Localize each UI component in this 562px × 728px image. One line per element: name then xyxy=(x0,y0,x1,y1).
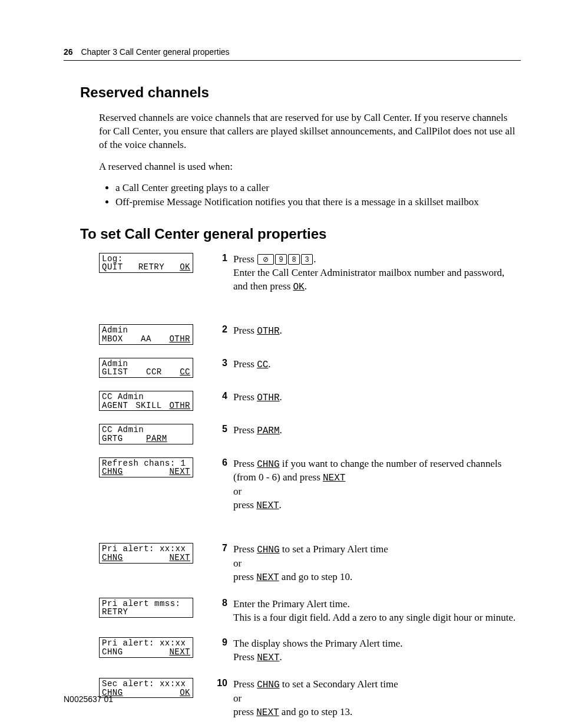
softkey: GLIST xyxy=(102,368,128,377)
softkey: RETRY xyxy=(138,263,165,272)
softkey: OK xyxy=(180,689,190,697)
lcd-display: Pri alert mmss: RETRY xyxy=(99,598,193,618)
step-row: CC Admin AGENT SKILL OTHR 4 Press OTHR. xyxy=(99,391,521,411)
step-number: 10 xyxy=(211,678,227,689)
lcd-display: Log: QUIT RETRY OK xyxy=(99,253,193,273)
softkey: MBOX xyxy=(102,335,123,344)
softkey-ref: CHNG xyxy=(257,680,279,690)
softkey: OTHR xyxy=(169,401,190,410)
softkey: NEXT xyxy=(169,467,190,476)
list-item: Off-premise Message Notification notifie… xyxy=(115,196,521,208)
lcd-display: Admin GLIST CCR CC xyxy=(99,358,193,378)
step-number: 8 xyxy=(211,598,227,608)
step-row: Admin MBOX AA OTHR 2 Press OTHR. xyxy=(99,324,521,344)
page-number: 26 xyxy=(64,47,73,57)
lcd-display: Admin MBOX AA OTHR xyxy=(99,324,193,344)
list-item: a Call Center greeting plays to a caller xyxy=(115,182,521,194)
heading-set-properties: To set Call Center general properties xyxy=(80,226,521,242)
step-row: Admin GLIST CCR CC 3 Press CC. xyxy=(99,358,521,378)
step-number: 4 xyxy=(211,391,227,401)
keycap: 3 xyxy=(301,254,313,265)
softkey-ref: CHNG xyxy=(257,459,279,470)
step-number: 2 xyxy=(211,324,227,335)
step-text: Press CC. xyxy=(233,358,521,372)
feature-key-icon: ⊘ xyxy=(257,254,274,265)
softkey: AGENT xyxy=(102,401,128,410)
keycap: 9 xyxy=(275,254,287,265)
lcd-display: Pri alert: xx:xx CHNG NEXT xyxy=(99,637,193,657)
lcd-display: CC Admin AGENT SKILL OTHR xyxy=(99,391,193,411)
step-row: Pri alert: xx:xx CHNG NEXT 9 The display… xyxy=(99,637,521,665)
softkey-ref: OK xyxy=(293,282,305,292)
softkey-ref: NEXT xyxy=(323,473,345,483)
step-text: Enter the Primary Alert time. This is a … xyxy=(233,598,521,625)
step-row: Refresh chans: 1 CHNG NEXT 6 Press CHNG … xyxy=(99,457,521,513)
step-text: Press OTHR. xyxy=(233,324,521,338)
softkey-ref: CHNG xyxy=(257,545,279,555)
softkey-ref: OTHR xyxy=(257,393,279,403)
paragraph: Reserved channels are voice channels tha… xyxy=(99,111,521,152)
step-text: Press PARM. xyxy=(233,424,521,438)
step-text: Press ⊘983. Enter the Call Center Admini… xyxy=(233,253,521,294)
softkey-ref: NEXT xyxy=(256,572,279,583)
step-text: Press CHNG to set a Secondary Alert time… xyxy=(233,678,521,719)
softkey-ref: NEXT xyxy=(257,653,279,663)
bullet-list: a Call Center greeting plays to a caller… xyxy=(99,182,521,208)
softkey-ref: OTHR xyxy=(257,326,279,337)
softkey: OTHR xyxy=(169,335,190,344)
step-text: Press CHNG if you want to change the num… xyxy=(233,457,521,513)
softkey: CC xyxy=(180,368,190,377)
step-row: Pri alert: xx:xx CHNG NEXT 7 Press CHNG … xyxy=(99,543,521,584)
step-number: 7 xyxy=(211,543,227,554)
softkey: CHNG xyxy=(102,467,123,476)
softkey-ref: CC xyxy=(257,360,268,370)
softkey: QUIT xyxy=(102,263,123,272)
page-header: 26 Chapter 3 Call Center general propert… xyxy=(64,47,521,61)
softkey: OK xyxy=(180,263,190,272)
softkey: CCR xyxy=(146,368,162,377)
softkey: AA xyxy=(141,335,151,344)
softkey: CHNG xyxy=(102,648,123,657)
step-number: 9 xyxy=(211,637,227,648)
lcd-display: Refresh chans: 1 CHNG NEXT xyxy=(99,457,193,477)
softkey: CHNG xyxy=(102,554,123,562)
step-row: Sec alert: xx:xx CHNG OK 10 Press CHNG t… xyxy=(99,678,521,719)
keycap: 8 xyxy=(288,254,300,265)
paragraph: A reserved channel is used when: xyxy=(99,160,521,174)
softkey: PARM xyxy=(146,434,167,443)
step-row: Pri alert mmss: RETRY 8 Enter the Primar… xyxy=(99,598,521,625)
step-row: CC Admin GRTG PARM 5 Press PARM. xyxy=(99,424,521,444)
step-row: Log: QUIT RETRY OK 1 Press ⊘983. Enter t… xyxy=(99,253,521,294)
softkey: RETRY xyxy=(102,608,128,617)
softkey-ref: NEXT xyxy=(256,707,279,718)
lcd-display: CC Admin GRTG PARM xyxy=(99,424,193,444)
step-number: 1 xyxy=(211,253,227,263)
step-number: 5 xyxy=(211,424,227,434)
softkey: GRTG xyxy=(102,434,123,443)
softkey: NEXT xyxy=(169,554,190,562)
softkey-ref: PARM xyxy=(257,426,279,436)
softkey-ref: NEXT xyxy=(256,500,279,511)
lcd-display: Pri alert: xx:xx CHNG NEXT xyxy=(99,543,193,563)
step-text: Press CHNG to set a Primary Alert time o… xyxy=(233,543,521,584)
step-number: 3 xyxy=(211,358,227,368)
heading-reserved-channels: Reserved channels xyxy=(80,84,521,101)
softkey: SKILL xyxy=(135,401,162,410)
step-text: The display shows the Primary Alert time… xyxy=(233,637,521,665)
step-number: 6 xyxy=(211,457,227,468)
footer-docnum: N0025637 01 xyxy=(64,694,113,704)
softkey: NEXT xyxy=(169,648,190,657)
chapter-title: Chapter 3 Call Center general properties xyxy=(81,47,229,57)
step-text: Press OTHR. xyxy=(233,391,521,405)
